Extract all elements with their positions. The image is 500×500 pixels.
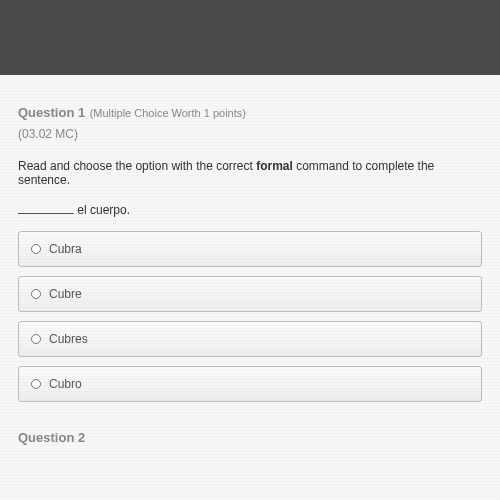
sentence-after: el cuerpo. (74, 203, 130, 217)
question-title: Question 1 (18, 105, 85, 120)
quiz-screen: Question 1 (Multiple Choice Worth 1 poin… (0, 75, 500, 500)
option-label: Cubro (49, 377, 82, 391)
instruction-bold: formal (256, 159, 293, 173)
option-row[interactable]: Cubre (18, 276, 482, 312)
radio-icon (31, 379, 41, 389)
option-label: Cubra (49, 242, 82, 256)
question-header: Question 1 (Multiple Choice Worth 1 poin… (18, 103, 482, 141)
radio-icon (31, 289, 41, 299)
option-row[interactable]: Cubro (18, 366, 482, 402)
radio-icon (31, 244, 41, 254)
instruction-pre: Read and choose the option with the corr… (18, 159, 256, 173)
next-question-hint: Question 2 (18, 430, 482, 445)
fill-blank (18, 204, 74, 214)
question-meta: (Multiple Choice Worth 1 points) (90, 107, 246, 119)
radio-icon (31, 334, 41, 344)
option-row[interactable]: Cubra (18, 231, 482, 267)
option-row[interactable]: Cubres (18, 321, 482, 357)
instruction-text: Read and choose the option with the corr… (18, 159, 482, 187)
option-label: Cubre (49, 287, 82, 301)
question-code: (03.02 MC) (18, 127, 482, 141)
option-label: Cubres (49, 332, 88, 346)
sentence-prompt: el cuerpo. (18, 203, 482, 217)
